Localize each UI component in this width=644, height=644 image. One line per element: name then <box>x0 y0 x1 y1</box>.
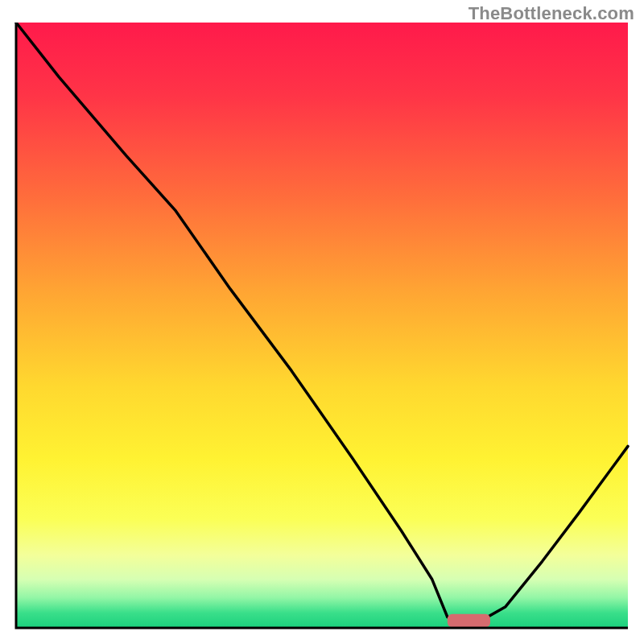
chart-svg <box>14 23 630 631</box>
chart-background <box>16 23 628 628</box>
plot-area <box>14 23 630 631</box>
chart-frame: TheBottleneck.com <box>0 0 644 644</box>
watermark-text: TheBottleneck.com <box>469 3 634 24</box>
optimal-range-marker <box>448 614 490 628</box>
